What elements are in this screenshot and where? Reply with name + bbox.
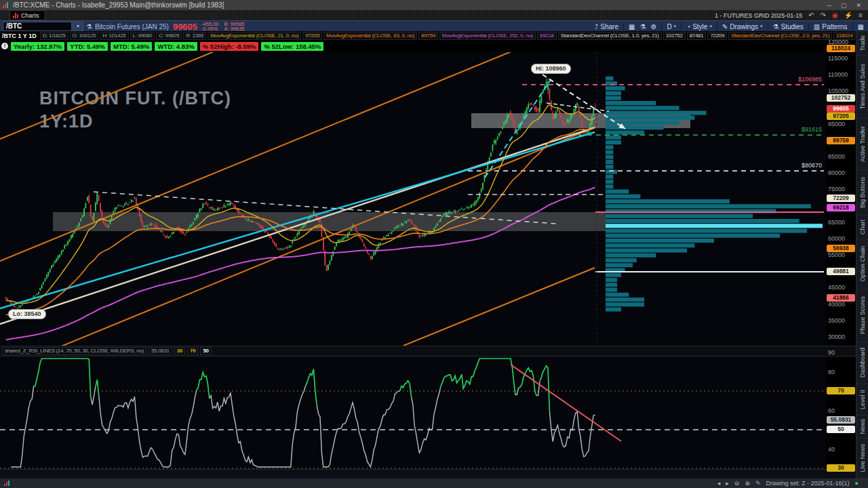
chart-canvas[interactable] — [0, 0, 868, 488]
low-price-tooltip: Lo: 38540 — [8, 309, 46, 319]
high-price-tooltip: Hi: 108960 — [531, 64, 571, 74]
thinkorswim-window: /BTC:XCME - Charts - Isabelle_29953 Main… — [0, 0, 868, 488]
